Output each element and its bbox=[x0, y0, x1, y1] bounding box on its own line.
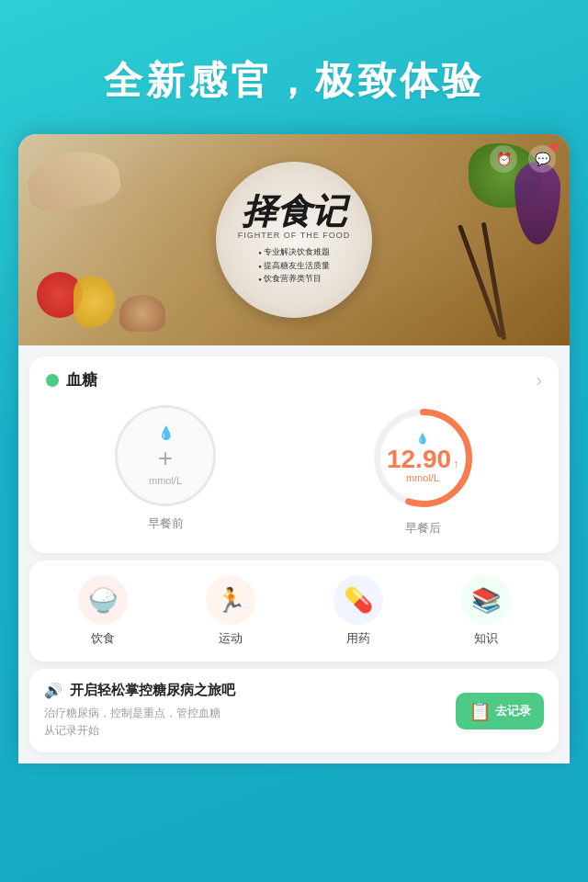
drop-orange-icon: 💧 bbox=[416, 433, 429, 445]
nav-exercise[interactable]: 🏃 运动 bbox=[206, 575, 255, 647]
before-unit: mmol/L bbox=[149, 475, 182, 486]
medication-icon: 💊 bbox=[334, 575, 383, 625]
after-meal-unit: mmol/L bbox=[406, 472, 439, 483]
clipboard-icon: 📋 bbox=[469, 700, 492, 722]
go-record-button[interactable]: 📋 去记录 bbox=[456, 693, 544, 729]
nav-knowledge[interactable]: 📚 知识 bbox=[461, 575, 511, 647]
after-meal-circle[interactable]: 💧 12.90 ↑ mmol/L bbox=[370, 405, 476, 511]
banner-app-subtitle: FIGHTER OF THE FOOD bbox=[238, 231, 350, 240]
before-meal-circle[interactable]: 💧 + mmol/L bbox=[115, 405, 216, 506]
sugar-readings: 💧 + mmol/L 早餐前 💧 12.90 bbox=[46, 405, 542, 537]
chevron-right-icon[interactable]: › bbox=[536, 369, 542, 390]
after-meal-arrow: ↑ bbox=[453, 458, 458, 470]
info-card: 🔊 开启轻松掌控糖尿病之旅吧 治疗糖尿病，控制是重点，管控血糖从记录开始 📋 去… bbox=[29, 669, 559, 752]
after-meal-label: 早餐后 bbox=[405, 520, 441, 537]
blood-sugar-card: 血糖 › 💧 + mmol/L 早餐前 bbox=[29, 356, 559, 553]
header: 全新感官，极致体验 bbox=[0, 0, 588, 134]
speaker-icon: 🔊 bbox=[44, 682, 62, 699]
add-reading-icon: + bbox=[158, 444, 173, 473]
clock-icon[interactable]: ⏰ bbox=[490, 145, 517, 173]
knowledge-label: 知识 bbox=[474, 630, 498, 647]
banner: 择食记 FIGHTER OF THE FOOD 专业解决饮食难题 提高糖友生活质… bbox=[18, 134, 570, 345]
card-header: 血糖 › bbox=[46, 369, 542, 390]
card-header-left: 血糖 bbox=[46, 369, 97, 390]
drop-icon: 💧 bbox=[158, 425, 174, 440]
food-mushroom bbox=[119, 295, 165, 332]
bullet-2: 提高糖友生活质量 bbox=[258, 259, 329, 272]
exercise-icon: 🏃 bbox=[206, 575, 255, 625]
diet-label: 饮食 bbox=[91, 630, 115, 647]
medication-label: 用药 bbox=[346, 630, 370, 647]
nav-diet[interactable]: 🍚 饮食 bbox=[78, 575, 128, 647]
main-card: 择食记 FIGHTER OF THE FOOD 专业解决饮食难题 提高糖友生活质… bbox=[18, 134, 570, 763]
info-body: 治疗糖尿病，控制是重点，管控血糖从记录开始 bbox=[44, 705, 445, 740]
exercise-label: 运动 bbox=[219, 630, 243, 647]
banner-bullets: 专业解决饮食难题 提高糖友生活质量 饮食营养类节目 bbox=[258, 245, 329, 285]
info-content: 🔊 开启轻松掌控糖尿病之旅吧 治疗糖尿病，控制是重点，管控血糖从记录开始 bbox=[44, 682, 445, 740]
nav-medication[interactable]: 💊 用药 bbox=[334, 575, 383, 647]
message-icon[interactable]: 💬 bbox=[528, 145, 556, 173]
blood-dot-icon bbox=[46, 374, 59, 387]
go-record-label: 去记录 bbox=[495, 703, 531, 719]
diet-icon: 🍚 bbox=[78, 575, 128, 625]
before-meal-reading: 💧 + mmol/L 早餐前 bbox=[46, 405, 285, 537]
info-header: 🔊 开启轻松掌控糖尿病之旅吧 bbox=[44, 682, 445, 699]
bullet-1: 专业解决饮食难题 bbox=[258, 245, 329, 258]
after-meal-value: 12.90 bbox=[387, 447, 451, 472]
knowledge-icon: 📚 bbox=[461, 575, 511, 625]
bottom-nav: 🍚 饮食 🏃 运动 💊 用药 📚 知识 bbox=[29, 560, 559, 662]
food-pepper-yellow bbox=[74, 277, 115, 327]
blood-sugar-title: 血糖 bbox=[66, 369, 97, 390]
banner-icons: ⏰ 💬 bbox=[490, 145, 556, 173]
bullet-3: 饮食营养类节目 bbox=[258, 272, 329, 285]
header-tagline: 全新感官，极致体验 bbox=[18, 55, 570, 107]
banner-app-title: 择食记 bbox=[242, 194, 346, 229]
plate: 择食记 FIGHTER OF THE FOOD 专业解决饮食难题 提高糖友生活质… bbox=[216, 162, 372, 318]
before-meal-label: 早餐前 bbox=[148, 515, 184, 532]
info-title: 开启轻松掌控糖尿病之旅吧 bbox=[70, 682, 235, 699]
after-meal-reading: 💧 12.90 ↑ mmol/L 早餐后 bbox=[303, 405, 542, 537]
